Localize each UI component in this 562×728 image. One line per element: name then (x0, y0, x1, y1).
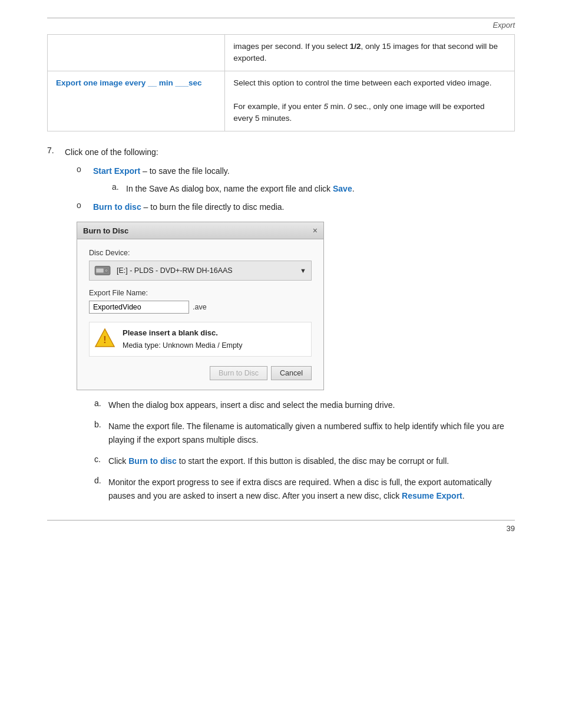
table-cell-left (48, 35, 225, 71)
step-number: 7. (47, 146, 65, 155)
sub-item-burn: o Burn to disc – to burn the file direct… (77, 200, 515, 213)
filename-input[interactable] (89, 301, 189, 314)
start-export-link[interactable]: Start Export (93, 166, 140, 176)
step-row: 7. Click one of the following: (47, 146, 515, 159)
dialog-title: Burn to Disc (83, 226, 128, 235)
svg-point-3 (106, 270, 107, 271)
table-cell-right-description: Select this option to control the time b… (225, 71, 515, 131)
dialog-close-button[interactable]: × (313, 226, 318, 235)
letter-text-c: Click Burn to disc to start the export. … (108, 454, 449, 467)
footer: 39 (47, 520, 515, 533)
step-7: 7. Click one of the following: o Start E… (47, 146, 515, 503)
svg-rect-1 (96, 268, 104, 272)
sub-list: o Start Export – to save the file locall… (77, 164, 515, 213)
description-line2: For example, if you enter 5 min. 0 sec.,… (233, 102, 484, 123)
step-text: Click one of the following: (65, 146, 158, 159)
sub-text-burn: Burn to disc – to burn the file directly… (93, 200, 284, 213)
burn-to-disc-inline-link[interactable]: Burn to disc (128, 456, 177, 466)
letter-a: a. (94, 398, 108, 408)
lettered-item-b: b. Name the export file. The filename is… (94, 420, 515, 446)
sub-bullet-burn: o (77, 200, 93, 210)
page-number: 39 (507, 524, 515, 533)
media-type-row: Media type: Unknown Media / Empty (123, 340, 243, 351)
svg-text:!: ! (103, 335, 106, 345)
letter-c: c. (94, 454, 108, 464)
disc-dropdown-arrow-icon[interactable]: ▼ (300, 267, 306, 274)
dialog-buttons: Burn to Disc Cancel (89, 366, 312, 380)
resume-export-link[interactable]: Resume Export (402, 491, 462, 500)
burn-to-disc-dialog: Burn to Disc × Disc Device: [E:] - PLDS … (77, 222, 324, 390)
header-title: Export (492, 18, 515, 29)
page: Export images per second. If you select … (0, 0, 562, 556)
disc-device-label: Disc Device: (89, 249, 312, 257)
filename-ext: .ave (193, 303, 207, 311)
sub-sub-item-a: a. In the Save As dialog box, name the e… (112, 182, 515, 195)
sub-item-start-export: o Start Export – to save the file locall… (77, 164, 515, 177)
letter-text-a: When the dialog box appears, insert a di… (108, 398, 395, 411)
lettered-list: a. When the dialog box appears, insert a… (94, 398, 515, 502)
table-cell-right: images per second. If you select 1/2, on… (225, 35, 515, 71)
disc-device-row[interactable]: [E:] - PLDS - DVD+-RW DH-16AAS ▼ (89, 261, 312, 281)
export-image-label: Export one image every __ min ___sec (56, 78, 202, 87)
warning-title: Please insert a blank disc. (123, 327, 243, 340)
letter-b: b. (94, 420, 108, 429)
letter-text-d: Monitor the export progress to see if ex… (108, 476, 515, 502)
warning-row: ! Please insert a blank disc. Media type… (89, 322, 312, 357)
letter-d: d. (94, 476, 108, 485)
sub-text-start-export: Start Export – to save the file locally. (93, 164, 230, 177)
media-type-value: Unknown Media / Empty (163, 341, 242, 350)
header: Export (47, 18, 515, 29)
disc-drive-icon (94, 264, 112, 277)
lettered-item-c: c. Click Burn to disc to start the expor… (94, 454, 515, 467)
dialog-titlebar: Burn to Disc × (77, 222, 323, 239)
cancel-button[interactable]: Cancel (271, 366, 312, 380)
disc-device-value: [E:] - PLDS - DVD+-RW DH-16AAS (117, 266, 300, 275)
burn-to-disc-link[interactable]: Burn to disc (93, 202, 141, 212)
content-table: images per second. If you select 1/2, on… (47, 34, 515, 131)
warning-text-block: Please insert a blank disc. Media type: … (123, 327, 243, 351)
sub-sub-list: a. In the Save As dialog box, name the e… (112, 182, 515, 195)
lettered-item-d: d. Monitor the export progress to see if… (94, 476, 515, 502)
burn-to-disc-button[interactable]: Burn to Disc (210, 366, 267, 380)
letter-text-b: Name the export file. The filename is au… (108, 420, 515, 446)
media-type-label: Media type: (123, 341, 161, 350)
dialog-body: Disc Device: [E:] - PLDS - DVD+-RW DH-16… (77, 239, 323, 390)
start-export-suffix: – to save the file locally. (143, 166, 230, 176)
export-file-label: Export File Name: (89, 289, 312, 297)
export-filename-row: .ave (89, 301, 312, 314)
save-link[interactable]: Save (333, 184, 352, 193)
sub-sub-text-a: In the Save As dialog box, name the expo… (126, 182, 355, 195)
table-cell-left-label: Export one image every __ min ___sec (48, 71, 225, 131)
burn-suffix: – to burn the file directly to disc medi… (144, 202, 285, 212)
lettered-item-a: a. When the dialog box appears, insert a… (94, 398, 515, 411)
table-row: images per second. If you select 1/2, on… (48, 35, 515, 71)
sub-bullet: o (77, 164, 93, 174)
table-row: Export one image every __ min ___sec Sel… (48, 71, 515, 131)
description-line1: Select this option to control the time b… (233, 78, 491, 87)
sub-sub-letter-a: a. (112, 182, 126, 192)
warning-icon: ! (94, 327, 115, 348)
